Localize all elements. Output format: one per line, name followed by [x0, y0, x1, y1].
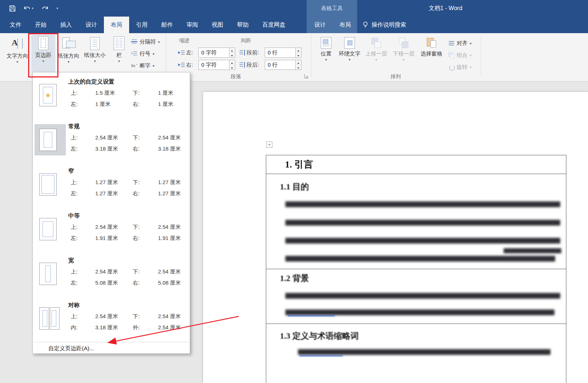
spinner-up-icon[interactable] — [229, 60, 235, 65]
tab-table-layout[interactable]: 布局 — [333, 17, 358, 33]
tab-baidu-netdisk[interactable]: 百度网盘 — [255, 17, 292, 33]
indent-right-control: 右: 0 字符 — [178, 60, 235, 70]
tab-view[interactable]: 视图 — [205, 17, 230, 33]
tab-references[interactable]: 引用 — [129, 17, 154, 33]
spinner-up-icon[interactable] — [296, 48, 301, 53]
custom-margins-menu-item[interactable]: 自定义页边距(A)... — [33, 343, 190, 353]
indent-right-input[interactable]: 0 字符 — [198, 60, 229, 70]
margin-value: 2.54 厘米 — [158, 268, 188, 275]
margin-value: 2.54 厘米 — [158, 224, 188, 231]
chevron-down-icon: ▾ — [403, 58, 404, 62]
margin-label: 内: — [71, 324, 95, 331]
chevron-down-icon: ▾ — [375, 58, 377, 62]
spinner-up-icon[interactable] — [229, 48, 235, 53]
rotate-button[interactable]: 旋转 ▾ — [448, 62, 471, 72]
margin-preset-icon: ★ — [39, 84, 57, 106]
table-row: 1.2 背景 — [266, 269, 566, 324]
preset-name: 中等 — [68, 212, 80, 220]
indent-right-stepper — [229, 60, 235, 70]
space-before-icon — [239, 50, 245, 55]
star-icon: ★ — [40, 84, 56, 106]
margin-preset-icon — [39, 307, 60, 330]
blurred-underline — [299, 355, 343, 356]
tell-me-search[interactable]: 操作说明搜索 — [363, 17, 406, 33]
tab-mailings[interactable]: 邮件 — [154, 17, 180, 33]
space-before-control: 段前: 0 行 — [239, 48, 302, 58]
margin-value: 2.54 厘米 — [158, 134, 188, 141]
tab-layout[interactable]: 布局 — [104, 17, 129, 33]
spinner-down-icon[interactable] — [296, 65, 301, 70]
blurred-text-line — [285, 201, 560, 207]
group-button[interactable]: 组合 ▾ — [448, 50, 471, 60]
chevron-down-icon: ▾ — [325, 58, 327, 62]
margins-icon — [38, 36, 48, 50]
indent-left-input[interactable]: 0 字符 — [198, 48, 229, 58]
chevron-down-icon: ▾ — [94, 59, 96, 63]
margin-label: 左: — [71, 190, 95, 197]
tab-help[interactable]: 帮助 — [230, 17, 255, 33]
selection-pane-button[interactable]: 选择窗格 — [418, 35, 444, 79]
quick-access-toolbar: ▾ ▾ — [9, 0, 58, 17]
group-separator — [311, 35, 311, 77]
tab-design[interactable]: 设计 — [79, 17, 104, 33]
spinner-down-icon[interactable] — [229, 53, 235, 58]
indent-right-icon — [178, 62, 185, 68]
preset-name: 对称 — [68, 302, 80, 309]
spinner-down-icon[interactable] — [296, 53, 301, 58]
space-before-label: 段前: — [247, 49, 263, 56]
position-label: 位置 — [321, 50, 332, 57]
margin-label: 上: — [71, 313, 95, 320]
hyphenation-button[interactable]: 断字 ▾ — [131, 61, 154, 71]
spinner-up-icon[interactable] — [296, 60, 301, 65]
wrap-text-button[interactable]: 环绕文字 ▾ — [338, 35, 361, 79]
paragraph-group-label: 段落 — [231, 74, 241, 80]
chevron-down-icon[interactable]: ▾ — [32, 6, 34, 10]
undo-button[interactable]: ▾ — [23, 5, 34, 11]
spinner-down-icon[interactable] — [229, 65, 235, 70]
breaks-label: 分隔符 — [140, 39, 156, 45]
align-icon — [448, 40, 455, 46]
breaks-button[interactable]: 分隔符 ▾ — [131, 37, 160, 47]
position-button[interactable]: 位置 ▾ — [317, 35, 335, 79]
table-move-handle[interactable]: + — [266, 142, 272, 148]
customize-qat-button[interactable]: ▾ — [57, 6, 58, 10]
align-button[interactable]: 对齐 ▾ — [448, 38, 471, 48]
chevron-down-icon: ▾ — [470, 42, 471, 45]
margins-preset-normal[interactable]: 常规 上: 2.54 厘米 下: 2.54 厘米 左: 3.18 厘米 右: 3… — [33, 119, 190, 164]
document-table: 1. 引言 1.1 目的 1.2 背景 1.3 定义与术语缩略词 — [266, 155, 566, 383]
tab-home[interactable]: 开始 — [28, 17, 53, 33]
space-after-input[interactable]: 0 行 — [265, 60, 296, 70]
tab-file[interactable]: 文件 — [3, 17, 28, 33]
margin-preset-icon — [39, 173, 57, 196]
margins-preset-mirrored[interactable]: 对称 上: 2.54 厘米 下: 2.54 厘米 内: 3.18 厘米 外: 2… — [33, 298, 190, 343]
redo-button[interactable] — [41, 5, 49, 11]
doc-heading-1-2: 1.2 背景 — [280, 273, 309, 284]
tab-review[interactable]: 审阅 — [180, 17, 205, 33]
group-separator — [481, 35, 481, 77]
margins-preset-narrow[interactable]: 窄 上: 1.27 厘米 下: 1.27 厘米 左: 1.27 厘米 右: 1.… — [33, 164, 190, 209]
bring-forward-label: 上移一层 — [365, 50, 387, 57]
redo-icon — [41, 5, 49, 11]
chevron-down-icon: ▾ — [118, 59, 120, 63]
send-backward-button[interactable]: 下移一层 ▾ — [392, 35, 416, 79]
document-page[interactable]: + 1. 引言 1.1 目的 1.2 背景 1.3 定义与术语缩略词 — [203, 92, 588, 383]
margins-preset-wide[interactable]: 宽 上: 2.54 厘米 下: 2.54 厘米 左: 5.08 厘米 右: 5.… — [33, 253, 190, 298]
margins-preset-last-custom[interactable]: ★ 上次的自定义设置 上: 1.5 厘米 下: 1 厘米 左: 1 厘米 右: … — [33, 75, 190, 119]
paragraph-dialog-launcher[interactable] — [304, 74, 309, 79]
text-direction-button[interactable]: 文字方向 ▾ — [4, 35, 30, 79]
orientation-label: 纸张方向 — [58, 53, 79, 59]
tab-insert[interactable]: 插入 — [53, 17, 79, 33]
save-button[interactable] — [9, 5, 16, 12]
space-before-input[interactable]: 0 行 — [265, 48, 296, 58]
blurred-text-line — [285, 293, 560, 299]
tab-table-design[interactable]: 设计 — [307, 17, 333, 33]
margins-preset-moderate[interactable]: 中等 上: 2.54 厘米 下: 2.54 厘米 左: 1.91 厘米 右: 1… — [33, 209, 190, 253]
margin-value: 3.18 厘米 — [158, 146, 188, 152]
margin-value: 1 厘米 — [95, 101, 133, 108]
text-direction-icon — [10, 36, 24, 51]
margin-preset-icon — [39, 263, 57, 285]
bring-forward-button[interactable]: 上移一层 ▾ — [364, 35, 388, 79]
margin-label: 上: — [71, 268, 95, 275]
hyphenation-icon — [131, 62, 137, 69]
line-numbers-button[interactable]: 行号 ▾ — [131, 49, 154, 59]
